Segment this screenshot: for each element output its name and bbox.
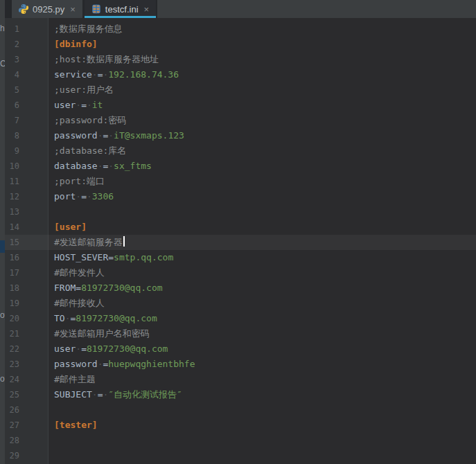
code-line: 26 bbox=[5, 402, 476, 418]
close-tab-icon[interactable]: × bbox=[69, 4, 76, 15]
project-panel-selection-fragment bbox=[0, 240, 5, 253]
code-line-text[interactable]: password·=·iT@sxmaps.123 bbox=[19, 128, 476, 143]
token-value: iT@sxmaps.123 bbox=[114, 130, 184, 141]
line-number: 16 bbox=[5, 250, 19, 265]
token-comment: ;port:端口 bbox=[54, 176, 105, 186]
line-number: 13 bbox=[5, 204, 19, 220]
code-line-text[interactable]: HOST_SEVER=smtp.qq.com bbox=[19, 250, 476, 265]
code-line: 13 bbox=[5, 204, 476, 220]
code-line: 9;database:库名 bbox=[5, 143, 476, 159]
tab-bar-spacer bbox=[5, 0, 12, 18]
token-value: 81972730@qq.com bbox=[81, 283, 162, 293]
line-number: 6 bbox=[5, 98, 19, 113]
panel-text-fragment: h bbox=[0, 24, 5, 33]
code-line-text[interactable] bbox=[19, 448, 476, 463]
token-key: SUBJECT bbox=[54, 389, 92, 400]
editor-tab-testcfini[interactable]: testcf.ini × bbox=[85, 0, 156, 18]
code-line: 11;port:端口 bbox=[5, 174, 476, 189]
token-key: user bbox=[54, 343, 76, 354]
code-line: 23password·=huepwqghientbhfe bbox=[5, 357, 476, 372]
code-line: 4service·=·192.168.74.36 bbox=[5, 67, 476, 82]
code-line-text[interactable]: database·=·sx_ftms bbox=[19, 159, 476, 174]
token-key: TO bbox=[54, 313, 65, 323]
token-value: 81972730@qq.com bbox=[76, 313, 157, 323]
code-editor[interactable]: 1;数据库服务信息2[dbinfo]3;host:数据库服务器地址4servic… bbox=[5, 18, 476, 464]
close-tab-icon[interactable]: × bbox=[143, 4, 150, 15]
code-line-text[interactable]: ;数据库服务信息 bbox=[19, 21, 476, 37]
code-line-text[interactable]: ;user:用户名 bbox=[19, 82, 476, 98]
code-line: 16HOST_SEVER=smtp.qq.com bbox=[5, 250, 476, 265]
line-number: 7 bbox=[5, 113, 19, 128]
token-comment: #发送邮箱服务器 bbox=[54, 237, 123, 247]
line-number: 12 bbox=[5, 189, 19, 204]
code-line-text[interactable]: ;port:端口 bbox=[19, 174, 476, 189]
code-line-text[interactable]: port·=·3306 bbox=[19, 189, 476, 204]
code-line: 19#邮件接收人 bbox=[5, 296, 476, 311]
token-value: 81972730@qq.com bbox=[87, 343, 168, 354]
code-line-text[interactable]: #邮件主题 bbox=[19, 372, 476, 387]
code-line-text[interactable]: [user] bbox=[19, 220, 476, 235]
code-line-text[interactable]: user·=81972730@qq.com bbox=[19, 341, 476, 357]
token-ws: · bbox=[108, 130, 114, 141]
token-op: = bbox=[81, 100, 87, 110]
code-line-text[interactable]: #邮件接收人 bbox=[19, 296, 476, 311]
line-number: 18 bbox=[5, 280, 19, 296]
token-value: 3306 bbox=[92, 191, 114, 202]
line-number: 4 bbox=[5, 67, 19, 82]
code-line-text[interactable]: FROM=81972730@qq.com bbox=[19, 280, 476, 296]
code-line: 20TO·=81972730@qq.com bbox=[5, 311, 476, 326]
line-number: 17 bbox=[5, 265, 19, 280]
code-line-text[interactable]: password·=huepwqghientbhfe bbox=[19, 357, 476, 372]
code-line: 2[dbinfo] bbox=[5, 37, 476, 52]
token-value: ″自动化测试报告″ bbox=[108, 389, 182, 400]
code-line: 25SUBJECT·=·″自动化测试报告″ bbox=[5, 387, 476, 402]
code-line-text[interactable]: #发送邮箱服务器 bbox=[19, 235, 476, 250]
token-comment: #发送邮箱用户名和密码 bbox=[54, 328, 150, 339]
code-line: 6user·=·it bbox=[5, 98, 476, 113]
line-number: 14 bbox=[5, 220, 19, 235]
token-value: smtp.qq.com bbox=[114, 252, 173, 262]
token-key: database bbox=[54, 161, 98, 171]
line-number: 21 bbox=[5, 326, 19, 341]
code-line-text[interactable]: #邮件发件人 bbox=[19, 265, 476, 280]
code-line-text[interactable] bbox=[19, 433, 476, 448]
tab-title: 0925.py bbox=[33, 4, 64, 15]
token-ws: · bbox=[92, 389, 98, 400]
code-line-text[interactable]: ;database:库名 bbox=[19, 143, 476, 159]
token-ws: · bbox=[108, 161, 114, 171]
token-ws: · bbox=[76, 343, 81, 354]
code-line-text[interactable]: ;host:数据库服务器地址 bbox=[19, 52, 476, 67]
token-ws: · bbox=[76, 100, 81, 110]
editor-tab-0925py[interactable]: 0925.py × bbox=[12, 0, 82, 18]
line-number: 5 bbox=[5, 82, 19, 98]
code-line: 28 bbox=[5, 433, 476, 448]
code-line-text[interactable] bbox=[19, 402, 476, 418]
code-line-text[interactable]: ;password:密码 bbox=[19, 113, 476, 128]
code-line-text[interactable]: #发送邮箱用户名和密码 bbox=[19, 326, 476, 341]
code-line-text[interactable]: service·=·192.168.74.36 bbox=[19, 67, 476, 82]
code-line: 1;数据库服务信息 bbox=[5, 21, 476, 37]
code-line-text[interactable]: user·=·it bbox=[19, 98, 476, 113]
line-number: 29 bbox=[5, 448, 19, 463]
token-section: [tester] bbox=[54, 420, 98, 430]
token-ws: · bbox=[76, 191, 81, 202]
line-number: 28 bbox=[5, 433, 19, 448]
token-comment: ;database:库名 bbox=[54, 145, 126, 156]
token-value: huepwqghientbhfe bbox=[108, 359, 195, 369]
panel-text-fragment: o bbox=[0, 374, 5, 384]
token-ws: · bbox=[92, 69, 98, 80]
code-line-text[interactable] bbox=[19, 204, 476, 220]
token-key: user bbox=[54, 100, 76, 110]
code-line-text[interactable]: TO·=81972730@qq.com bbox=[19, 311, 476, 326]
token-value: sx_ftms bbox=[114, 161, 152, 171]
code-line: 29 bbox=[5, 448, 476, 463]
code-line-text[interactable]: [tester] bbox=[19, 418, 476, 433]
line-number: 11 bbox=[5, 174, 19, 189]
token-ws: · bbox=[87, 100, 92, 110]
line-number: 2 bbox=[5, 37, 19, 52]
token-section: [dbinfo] bbox=[54, 39, 98, 49]
code-line: 18FROM=81972730@qq.com bbox=[5, 280, 476, 296]
code-line: 15#发送邮箱服务器 bbox=[5, 235, 476, 250]
code-line-text[interactable]: [dbinfo] bbox=[19, 37, 476, 52]
code-line-text[interactable]: SUBJECT·=·″自动化测试报告″ bbox=[19, 387, 476, 402]
